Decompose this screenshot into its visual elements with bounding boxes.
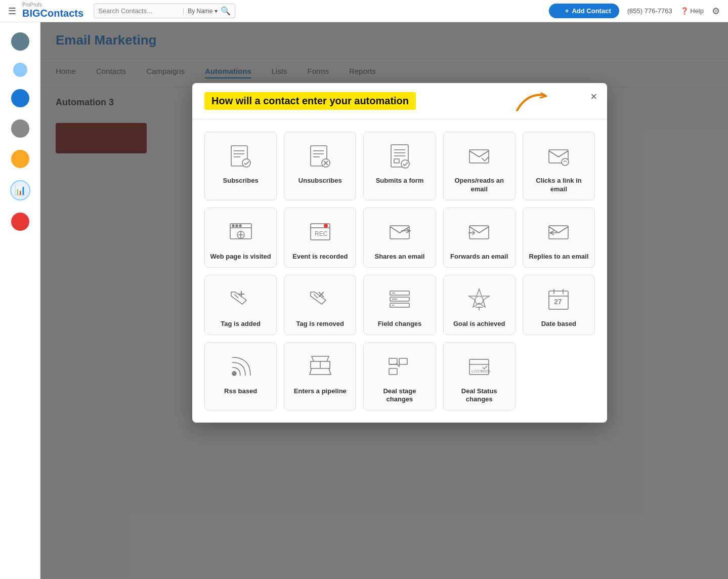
clicks-link-icon [542, 140, 575, 173]
svg-rect-56 [389, 358, 397, 364]
tag-added-icon [225, 283, 257, 316]
sidebar-item-3[interactable] [11, 89, 29, 107]
trigger-tag-added[interactable]: Tag is added [204, 275, 277, 335]
opens-email-icon [463, 140, 495, 173]
replies-email-icon [542, 216, 575, 249]
trigger-opens-email[interactable]: Opens/reads an email [443, 132, 516, 200]
trigger-clicks-link[interactable]: Clicks a link in email [523, 132, 595, 200]
sidebar-item-1[interactable] [11, 32, 29, 51]
rss-based-icon [225, 351, 257, 383]
top-navigation: ☰ ProProfs BIGContacts By Name ▾ 🔍 👤+ Ad… [0, 0, 728, 22]
clicks-link-label: Clicks a link in email [528, 177, 589, 194]
add-contact-icon: 👤+ [557, 7, 569, 15]
rss-based-label: Rss based [224, 387, 257, 396]
tag-removed-label: Tag is removed [296, 320, 344, 328]
enters-pipeline-icon [304, 351, 336, 383]
submits-form-label: Submits a form [376, 177, 424, 185]
modal-header: How will a contact enter your automation… [192, 83, 607, 119]
deal-stage-label: Deal stage changes [369, 387, 430, 404]
date-based-label: Date based [541, 320, 576, 328]
modal-body: Subscribes Unsubscribes Submits a form O… [192, 119, 607, 423]
sidebar-item-5[interactable] [11, 150, 29, 168]
arrow-decoration [512, 90, 552, 112]
trigger-forwards-email[interactable]: Forwards an email [443, 208, 516, 268]
opens-email-label: Opens/reads an email [449, 177, 510, 194]
forwards-email-label: Forwards an email [450, 253, 508, 261]
search-input[interactable] [98, 7, 179, 15]
tag-added-label: Tag is added [221, 320, 261, 328]
trigger-submits-form[interactable]: Submits a form [363, 132, 436, 200]
trigger-grid: Subscribes Unsubscribes Submits a form O… [204, 132, 595, 410]
svg-point-25 [239, 225, 241, 227]
sidebar: 📊 [0, 22, 40, 579]
date-based-icon: 27 [542, 283, 575, 316]
search-by-label[interactable]: By Name ▾ [183, 8, 218, 15]
event-recorded-icon: REC [304, 216, 336, 249]
svg-point-54 [232, 371, 236, 376]
trigger-replies-email[interactable]: Replies to an email [523, 208, 595, 268]
shares-email-label: Shares an email [374, 253, 424, 261]
trigger-goal-achieved[interactable]: Goal is achieved [443, 275, 516, 335]
sidebar-item-4[interactable] [11, 119, 29, 138]
trigger-web-page[interactable]: Web page is visited [204, 208, 277, 268]
settings-icon[interactable]: ⚙ [712, 6, 720, 17]
trigger-deal-status[interactable]: LOST WDN Deal Status changes [443, 342, 516, 411]
trigger-rss-based[interactable]: Rss based [204, 342, 277, 411]
phone-number: (855) 776-7763 [627, 7, 672, 15]
logo-name: BIGContacts [22, 8, 83, 19]
search-icon[interactable]: 🔍 [221, 6, 231, 16]
search-bar[interactable]: By Name ▾ 🔍 [94, 4, 235, 18]
svg-point-17 [401, 160, 409, 168]
analytics-icon: 📊 [15, 185, 26, 196]
unsubscribes-label: Unsubscribes [298, 177, 342, 185]
svg-rect-57 [389, 368, 397, 375]
svg-rect-58 [399, 358, 407, 364]
trigger-event-recorded[interactable]: REC Event is recorded [284, 208, 356, 268]
svg-point-4 [242, 159, 250, 167]
svg-point-20 [562, 158, 569, 166]
goal-achieved-icon [463, 283, 495, 316]
add-contact-button[interactable]: 👤+ Add Contact [549, 4, 619, 18]
sidebar-item-2[interactable] [13, 63, 27, 77]
logo-prefix: ProProfs [22, 3, 83, 8]
field-changes-icon [383, 283, 416, 316]
trigger-unsubscribes[interactable]: Unsubscribes [284, 132, 356, 200]
hamburger-icon[interactable]: ☰ [8, 6, 16, 17]
svg-point-23 [232, 225, 234, 227]
svg-line-40 [314, 294, 318, 298]
trigger-field-changes[interactable]: Field changes [363, 275, 436, 335]
svg-text:REC: REC [315, 230, 328, 237]
sidebar-analytics-btn[interactable]: 📊 [10, 180, 30, 200]
help-label[interactable]: ❓ Help [680, 7, 704, 15]
web-page-label: Web page is visited [210, 253, 271, 261]
svg-point-32 [324, 224, 328, 228]
svg-rect-37 [549, 226, 568, 239]
trigger-subscribes[interactable]: Subscribes [204, 132, 277, 200]
trigger-deal-stage[interactable]: Deal stage changes [363, 342, 436, 411]
content-area: Email Marketing Home Contacts Campaigns … [40, 22, 728, 579]
tag-removed-icon [304, 283, 336, 316]
unsubscribes-icon [304, 140, 336, 173]
svg-line-39 [234, 294, 238, 298]
submits-form-icon [383, 140, 416, 173]
trigger-tag-removed[interactable]: Tag is removed [284, 275, 356, 335]
web-page-icon [225, 216, 257, 249]
sidebar-item-6[interactable] [11, 213, 29, 231]
svg-rect-35 [469, 226, 489, 239]
logo-area: ProProfs BIGContacts [22, 3, 83, 19]
trigger-date-based[interactable]: 27 Date based [523, 275, 595, 335]
forwards-email-icon [463, 216, 495, 249]
trigger-shares-email[interactable]: Shares an email [363, 208, 436, 268]
deal-stage-icon [383, 351, 416, 383]
field-changes-label: Field changes [378, 320, 422, 328]
enters-pipeline-label: Enters a pipeline [294, 387, 347, 396]
modal-close-button[interactable]: × [590, 91, 597, 102]
deal-status-icon: LOST WDN [463, 351, 495, 383]
trigger-modal: How will a contact enter your automation… [192, 83, 607, 423]
svg-text:WDN: WDN [481, 369, 490, 374]
deal-status-label: Deal Status changes [449, 387, 510, 404]
trigger-enters-pipeline[interactable]: Enters a pipeline [284, 342, 356, 411]
nav-right: 👤+ Add Contact (855) 776-7763 ❓ Help ⚙ [549, 4, 720, 18]
main-layout: 📊 Email Marketing Home Contacts Campaign… [0, 22, 728, 579]
subscribes-icon [225, 140, 257, 173]
